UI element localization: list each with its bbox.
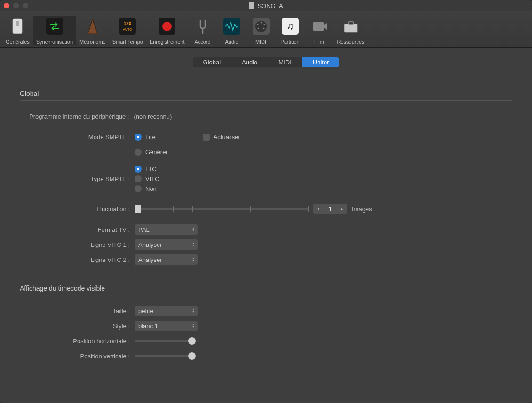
select-arrows-icon: ▲▼ <box>192 227 195 232</box>
section-heading-global: Global <box>20 90 512 97</box>
fluctuation-slider[interactable] <box>135 205 309 213</box>
section-rule <box>20 100 512 101</box>
hpos-label: Position horizontale : <box>20 338 135 345</box>
radio-icon <box>135 185 142 192</box>
briefcase-icon <box>340 16 362 37</box>
radio-icon <box>135 149 142 156</box>
toolbar-item-recording[interactable]: Enregistrement <box>147 16 188 45</box>
toolbar-item-smart-tempo[interactable]: 120AUTO Smart Tempo <box>110 16 146 45</box>
size-label: Taille : <box>20 308 135 315</box>
svg-text:♫: ♫ <box>286 21 294 31</box>
smpte-type-none-option[interactable]: Non <box>135 185 159 192</box>
svg-rect-21 <box>349 22 353 24</box>
sub-tabs: Global Audio MIDI Unitor <box>6 57 526 67</box>
sub-tab-audio[interactable]: Audio <box>231 57 268 67</box>
vpos-slider[interactable] <box>135 352 196 360</box>
tv-format-select[interactable]: PAL ▲▼ <box>135 224 198 235</box>
section-rule <box>20 295 512 295</box>
svg-point-12 <box>260 22 262 24</box>
stepper-down-icon[interactable]: ▼ <box>313 204 324 214</box>
vitc1-label: Ligne VITC 1 : <box>20 241 135 248</box>
midi-icon <box>250 16 272 37</box>
radio-icon <box>135 134 142 141</box>
smpte-type-label: Type SMPTE : <box>20 175 135 182</box>
smpte-mode-generate-option[interactable]: Générer <box>135 149 168 156</box>
smpte-type-vitc-option[interactable]: VITC <box>135 175 159 182</box>
sub-tab-midi[interactable]: MIDI <box>268 57 302 67</box>
svg-text:AUTO: AUTO <box>123 28 133 31</box>
section-heading-timecode: Affichage du timecode visible <box>20 284 512 292</box>
tv-format-label: Format TV : <box>20 226 135 233</box>
radio-icon <box>135 166 142 173</box>
window-title-text: SONG_A <box>257 2 283 9</box>
record-icon <box>156 16 178 37</box>
smart-tempo-icon: 120AUTO <box>116 16 139 37</box>
vitc2-label: Ligne VITC 2 : <box>20 256 135 263</box>
settings-panel: Global Programme interne du périphérique… <box>6 76 526 378</box>
svg-rect-19 <box>313 22 324 31</box>
smpte-mode-label: Mode SMPTE : <box>20 134 135 141</box>
toolbar-item-audio[interactable]: Audio <box>218 16 246 45</box>
smpte-mode-read-option[interactable]: Lire <box>135 134 156 141</box>
fluctuation-unit: Images <box>352 205 372 213</box>
toolbar-item-score[interactable]: ♫ Partition <box>276 16 304 45</box>
svg-point-13 <box>257 24 258 25</box>
content-area: Global Audio MIDI Unitor Global Programm… <box>0 48 532 403</box>
toolbar-item-metronome[interactable]: Métronome <box>77 16 109 45</box>
svg-point-8 <box>162 22 172 31</box>
toolbar-item-film[interactable]: Film <box>305 16 333 45</box>
select-arrows-icon: ▲▼ <box>192 324 195 328</box>
toolbar-item-tuning[interactable]: Accord <box>189 16 217 45</box>
vitc1-select[interactable]: Analyser ▲▼ <box>135 239 198 250</box>
sub-tab-global[interactable]: Global <box>193 57 232 67</box>
sync-icon <box>43 16 66 37</box>
sub-tab-unitor[interactable]: Unitor <box>302 57 340 67</box>
toolbar-item-sync[interactable]: Synchronisation <box>33 16 76 45</box>
style-label: Style : <box>20 323 135 330</box>
hpos-slider[interactable] <box>135 337 196 345</box>
select-arrows-icon: ▲▼ <box>192 242 195 247</box>
audio-icon <box>221 16 243 37</box>
svg-rect-2 <box>46 18 63 35</box>
metronome-icon <box>81 16 104 37</box>
preferences-toolbar: Générales Synchronisation Métronome 120A… <box>0 11 532 48</box>
style-select[interactable]: blanc 1 ▲▼ <box>135 321 198 331</box>
toolbar-item-midi[interactable]: MIDI <box>247 16 275 45</box>
fluctuation-value[interactable]: 1 <box>324 205 337 213</box>
checkbox-icon <box>203 134 210 141</box>
preferences-window: SONG_A Générales Synchronisation Métrono… <box>0 0 532 403</box>
window-title: SONG_A <box>0 2 532 9</box>
svg-rect-1 <box>16 21 19 26</box>
titlebar: SONG_A <box>0 0 532 11</box>
vpos-label: Position verticale : <box>20 353 135 360</box>
fluctuation-label: Fluctuation : <box>20 205 135 213</box>
score-icon: ♫ <box>279 16 302 37</box>
select-arrows-icon: ▲▼ <box>192 308 195 313</box>
select-arrows-icon: ▲▼ <box>192 257 195 262</box>
fluctuation-stepper[interactable]: ▼ 1 ▲ <box>313 204 347 214</box>
program-label: Programme interne du périphérique : <box>20 113 134 120</box>
svg-point-14 <box>263 24 265 25</box>
size-select[interactable]: petite ▲▼ <box>135 306 198 316</box>
svg-text:120: 120 <box>124 21 132 26</box>
document-icon <box>249 2 254 9</box>
tuning-fork-icon <box>191 16 214 37</box>
radio-icon <box>135 175 142 182</box>
program-value: (non reconnu) <box>134 113 172 120</box>
switch-icon <box>6 16 29 37</box>
svg-point-15 <box>257 28 259 29</box>
toolbar-item-resources[interactable]: Ressources <box>334 16 367 45</box>
toolbar-item-general[interactable]: Générales <box>3 16 32 45</box>
svg-point-16 <box>263 28 264 29</box>
svg-rect-4 <box>119 18 136 35</box>
refresh-checkbox[interactable]: Actualiser <box>203 134 240 141</box>
vitc2-select[interactable]: Analyser ▲▼ <box>135 254 198 265</box>
stepper-up-icon[interactable]: ▲ <box>337 204 347 214</box>
smpte-type-ltc-option[interactable]: LTC <box>135 166 159 173</box>
film-icon <box>308 16 331 37</box>
svg-rect-20 <box>344 24 357 32</box>
